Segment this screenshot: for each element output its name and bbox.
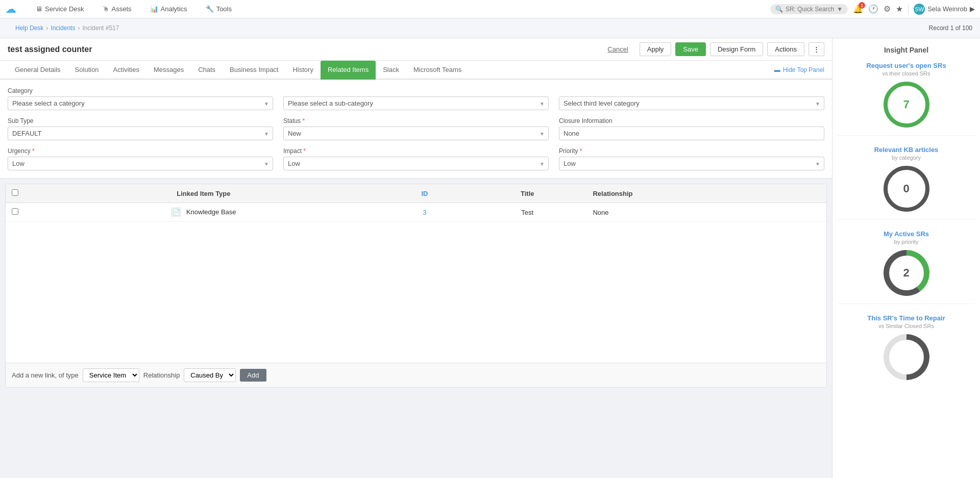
insight-card-kb-title: Relevant KB articles [838, 146, 975, 154]
urgency-select[interactable]: Low [8, 157, 273, 170]
priority-group: Priority * Low [559, 147, 824, 170]
tab-business-impact[interactable]: Business Impact [223, 61, 285, 80]
insight-donut-half [884, 334, 929, 380]
third-level-select[interactable]: Select third level category [559, 96, 824, 110]
link-type-select[interactable]: Service Item [83, 368, 139, 382]
impact-group: Impact * Low [283, 147, 549, 170]
design-form-button[interactable]: Design Form [710, 42, 763, 56]
tab-chats[interactable]: Chats [191, 61, 223, 80]
tab-slack[interactable]: Slack [376, 61, 406, 80]
closure-label: Closure Information [559, 117, 824, 124]
insight-card-repair-title: This SR's Time to Repair [838, 314, 975, 322]
actions-button[interactable]: Actions [767, 42, 804, 56]
tools-icon: 🔧 [206, 5, 214, 13]
tab-history[interactable]: History [285, 61, 320, 80]
user-menu[interactable]: SW Sela Weinrob ▶ [914, 4, 975, 15]
search-icon: 🔍 [775, 6, 783, 13]
user-avatar: SW [914, 4, 925, 15]
col-header-title: Title [468, 184, 586, 203]
tab-activities[interactable]: Activities [106, 61, 146, 80]
relationship-select[interactable]: Caused By [184, 368, 236, 382]
chevron-down-icon: ▼ [837, 6, 843, 13]
top-navigation: ☁ 🖥 Service Desk 🖱 Assets 📊 Analytics 🔧 … [0, 0, 980, 18]
impact-label: Impact * [283, 147, 549, 155]
insight-panel-title: Insight Panel [838, 46, 975, 54]
urgency-row: Urgency * Low Impact * Low [8, 147, 824, 170]
urgency-group: Urgency * Low [8, 147, 273, 170]
insight-card-open-srs: Request user's open SRs vs their closed … [838, 62, 975, 136]
star-icon[interactable]: ★ [896, 4, 903, 14]
settings-icon[interactable]: ⚙ [884, 4, 891, 14]
priority-label: Priority * [559, 147, 824, 155]
actions-more-button[interactable]: ⋮ [808, 42, 824, 56]
tab-solution[interactable]: Solution [68, 61, 106, 80]
user-chevron-icon: ▶ [970, 5, 975, 13]
nav-assets[interactable]: 🖱 Assets [99, 5, 136, 13]
subcategory-group: Please select a sub-category [283, 87, 549, 110]
insight-card-active-title: My Active SRs [838, 230, 975, 238]
insight-card-active-subtitle: by priority [838, 239, 975, 245]
subcategory-select[interactable]: Please select a sub-category [283, 96, 549, 110]
record-info: Record 1 of 100 [929, 24, 972, 32]
insight-card-time-to-repair: This SR's Time to Repair vs Similar Clos… [838, 314, 975, 388]
insight-card-repair-subtitle: vs Similar Closed SRs [838, 323, 975, 329]
status-group: Status * New [283, 117, 549, 140]
tab-related-items[interactable]: Related Items [321, 61, 376, 80]
empty-table-space [6, 222, 826, 363]
closure-input[interactable] [559, 127, 824, 140]
col-header-relationship: Relationship [586, 184, 826, 203]
col-header-linked-type: Linked Item Type [26, 184, 381, 203]
category-select[interactable]: Please select a category [8, 96, 273, 110]
subtype-select[interactable]: DEFAULT [8, 127, 273, 140]
third-level-label [559, 87, 824, 94]
nav-tools[interactable]: 🔧 Tools [202, 5, 236, 13]
logo-icon[interactable]: ☁ [5, 3, 16, 16]
apply-button[interactable]: Apply [640, 42, 672, 56]
impact-select[interactable]: Low [283, 157, 549, 170]
closure-group: Closure Information [559, 117, 824, 140]
cancel-button[interactable]: Cancel [600, 43, 635, 56]
category-row: Category Please select a category Please… [8, 87, 824, 110]
notification-badge: 1 [859, 2, 865, 9]
row-checkbox-cell [6, 203, 26, 222]
row-checkbox[interactable] [12, 208, 18, 215]
clock-icon[interactable]: 🕐 [868, 4, 878, 14]
nav-service-desk[interactable]: 🖥 Service Desk [32, 5, 88, 13]
table-scroll-area[interactable]: Linked Item Type ID Title Relationship [6, 184, 826, 363]
tab-general-details[interactable]: General Details [8, 61, 68, 80]
notifications-button[interactable]: 🔔 1 [853, 4, 863, 14]
add-link-button[interactable]: Add [240, 369, 266, 382]
status-select[interactable]: New [283, 127, 549, 140]
form-section: Category Please select a category Please… [0, 80, 832, 179]
row-relationship-cell: None [586, 203, 826, 222]
title-bar: test assigned counter Cancel Apply Save … [0, 38, 832, 61]
priority-select[interactable]: Low [559, 157, 824, 170]
tabs-bar: General Details Solution Activities Mess… [0, 61, 832, 80]
global-search[interactable]: 🔍 SR: Quick Search ▼ [770, 4, 848, 14]
select-all-checkbox[interactable] [12, 189, 18, 196]
relationship-label: Relationship [143, 371, 180, 379]
breadcrumb-incidents[interactable]: Incidents [51, 24, 75, 32]
subtype-group: Sub Type DEFAULT [8, 117, 273, 140]
title-actions: Cancel Apply Save Design Form Actions ⋮ [600, 42, 824, 56]
insight-panel: Insight Panel Request user's open SRs vs… [832, 38, 980, 478]
subtype-label: Sub Type [8, 117, 273, 124]
service-desk-icon: 🖥 [36, 5, 42, 13]
linked-items-table: Linked Item Type ID Title Relationship [6, 184, 826, 363]
breadcrumb: Help Desk › Incidents › Incident #517 [8, 21, 127, 35]
breadcrumb-helpdesk[interactable]: Help Desk [15, 24, 43, 32]
hide-top-panel-button[interactable]: ▬ Hide Top Panel [774, 66, 824, 73]
row-id-cell[interactable]: 3 [381, 203, 468, 222]
col-header-id: ID [381, 184, 468, 203]
add-link-label: Add a new link, of type [12, 371, 79, 379]
category-label: Category [8, 87, 273, 94]
subtype-row: Sub Type DEFAULT Status * New [8, 117, 824, 140]
third-level-category-group: Select third level category [559, 87, 824, 110]
row-title-cell: Test [468, 203, 586, 222]
tab-microsoft-teams[interactable]: Microsoft Teams [406, 61, 469, 80]
tab-messages[interactable]: Messages [146, 61, 191, 80]
nav-analytics[interactable]: 📊 Analytics [146, 5, 191, 13]
insight-card-open-srs-subtitle: vs their closed SRs [838, 70, 975, 77]
insight-card-open-srs-title: Request user's open SRs [838, 62, 975, 69]
save-button[interactable]: Save [675, 42, 706, 56]
